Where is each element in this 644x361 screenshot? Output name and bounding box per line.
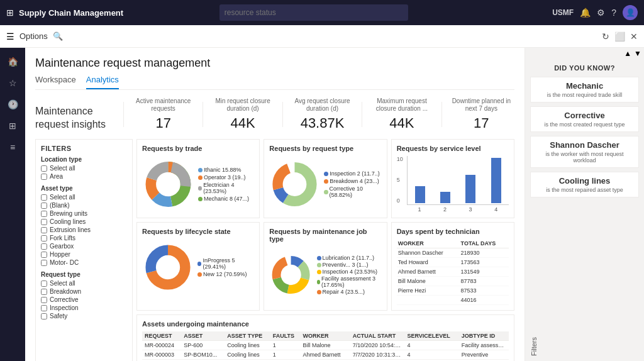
metric-avg-value: 43.87K — [289, 115, 355, 131]
filter-asset-hopper[interactable]: Hopper — [41, 251, 127, 258]
second-bar: ☰ Options 🔍 ↻ ⬜ ✕ — [0, 25, 644, 48]
dyk-cards: Mechanicis the most required trade skill… — [530, 77, 639, 197]
metrics-divider-1 — [203, 102, 203, 127]
expand-icon[interactable]: ⬜ — [614, 31, 625, 42]
dashboard-grid: FILTERS Location type Select all Area As… — [35, 139, 514, 361]
refresh-icon[interactable]: ↻ — [602, 31, 609, 42]
close-icon[interactable]: ✕ — [630, 31, 638, 42]
page-title: Maintenance request management — [35, 57, 514, 70]
worker-col-header: WORKER — [397, 239, 460, 248]
days-technician-table: WORKER TOTAL DAYS Shannon Dascher218930T… — [397, 239, 509, 305]
filter-asset-motor[interactable]: Motor- DC — [41, 259, 127, 266]
apps-icon[interactable]: ⊞ — [4, 117, 21, 135]
right-panel-arrow-up[interactable]: ▲ — [624, 49, 631, 58]
filter-request-section: Request type Select all Breakdown Correc… — [41, 271, 127, 319]
dyk-card: Mechanicis the most required trade skill — [530, 77, 639, 103]
bar-1 — [415, 186, 425, 203]
donut-type-chart — [269, 156, 320, 213]
table-row: Bill Malone87783 — [397, 277, 509, 286]
filter-request-breakdown[interactable]: Breakdown — [41, 288, 127, 295]
chart-maintenance-panel: Requests by maintenance job type Lubrica… — [264, 222, 387, 311]
filter-asset-all[interactable]: Select all — [41, 194, 127, 201]
chart-lifecycle-panel: Requests by lifecycle state InProgress 5… — [136, 222, 260, 311]
filter-asset-brewing[interactable]: Brewing units — [41, 210, 127, 217]
chart-type-panel: Requests by request type Inspection 2 (1… — [264, 139, 387, 218]
metrics-divider-3 — [362, 102, 362, 127]
bar-4 — [491, 158, 501, 203]
tab-analytics[interactable]: Analytics — [86, 75, 119, 89]
filter-asset-cooling[interactable]: Cooling lines — [41, 218, 127, 225]
dyk-card: Shannon Dascheris the worker with most r… — [530, 136, 639, 168]
metric-active-requests: Active maintenance requests 17 — [130, 97, 196, 131]
donut-maintenance-chart — [269, 247, 313, 303]
days-col-header: TOTAL DAYS — [460, 239, 509, 248]
tab-workspace[interactable]: Workspace — [35, 75, 76, 89]
home-icon[interactable]: 🏠 — [4, 53, 21, 70]
metrics-divider-0 — [123, 102, 124, 127]
metrics-divider-2 — [282, 102, 283, 127]
chart-service-title: Requests by service level — [397, 145, 509, 152]
metric-downtime-label: Downtime planned in next 7 days — [448, 97, 514, 113]
settings-icon[interactable]: ⚙ — [597, 8, 605, 18]
table-row: 44016 — [397, 296, 509, 305]
table-row: Ahmed Barnett131549 — [397, 267, 509, 277]
hamburger-icon[interactable]: ☰ — [6, 31, 14, 42]
assets-table: REQUESTASSETASSET TYPEFAULTSWORKERACTUAL… — [142, 331, 509, 361]
donut-lifecycle-chart — [142, 239, 194, 296]
filter-asset-extrusion[interactable]: Extrusion lines — [41, 226, 127, 233]
metric-max-label: Maximum request closure duration ... — [369, 97, 435, 113]
search-options-icon[interactable]: 🔍 — [53, 31, 63, 41]
days-technician-title: Days spent by technician — [397, 228, 509, 235]
filter-location-all[interactable]: Select all — [41, 165, 127, 172]
dyk-card: Correctiveis the most created request ty… — [530, 106, 639, 132]
svg-point-4 — [157, 173, 180, 196]
filter-location-area[interactable]: Area — [41, 173, 127, 180]
help-icon[interactable]: ? — [611, 8, 616, 18]
filter-request-inspection[interactable]: Inspection — [41, 304, 127, 311]
chart-trade-panel: Requests by trade Ithanic 15 — [136, 139, 260, 218]
did-you-know-content: DID YOU KNOW? Mechanicis the most requir… — [525, 59, 644, 332]
filter-asset-title: Asset type — [41, 185, 127, 192]
filters-side-label[interactable]: Filters — [525, 332, 644, 361]
chart-service-panel: Requests by service level 10 5 0 — [391, 139, 514, 218]
star-icon[interactable]: ☆ — [4, 74, 21, 92]
metric-downtime-value: 17 — [448, 115, 514, 131]
assets-table-panel: Assets undergoing maintenance REQUESTASS… — [136, 314, 514, 361]
metric-max-closure: Maximum request closure duration ... 44K — [369, 97, 435, 131]
menu-icon[interactable]: ≡ — [4, 138, 21, 156]
svg-point-8 — [284, 173, 306, 196]
grid-icon[interactable]: ⊞ — [6, 8, 14, 18]
search-bar[interactable] — [219, 4, 408, 21]
clock-icon[interactable]: 🕐 — [4, 96, 21, 113]
filters-panel: FILTERS Location type Select all Area As… — [35, 139, 133, 361]
filter-asset-gearbox[interactable]: Gearbox — [41, 243, 127, 250]
donut-trade-chart — [142, 156, 194, 213]
top-bar: ⊞ Supply Chain Management USMF 🔔 ⚙ ? 👤 — [0, 0, 644, 25]
table-row: Pierre Hezi87533 — [397, 286, 509, 296]
bar-2 — [440, 192, 450, 203]
metric-downtime: Downtime planned in next 7 days 17 — [448, 97, 514, 131]
user-label: USMF — [552, 8, 574, 17]
chart-maintenance-title: Requests by maintenance job type — [269, 228, 381, 243]
svg-point-17 — [282, 265, 301, 285]
layout: 🏠 ☆ 🕐 ⊞ ≡ Maintenance request management… — [0, 48, 644, 361]
right-panel-arrow-down[interactable]: ▼ — [634, 49, 641, 58]
metric-max-value: 44K — [369, 115, 435, 131]
filter-asset-forklifts[interactable]: Fork Lifts — [41, 235, 127, 242]
svg-point-11 — [157, 256, 179, 279]
table-row: MR-000024SP-600Cooling lines1Bill Malone… — [142, 341, 509, 350]
user-avatar[interactable]: 👤 — [623, 5, 638, 20]
metric-avg-label: Avg request closure duration (d) — [289, 97, 355, 113]
filter-location-section: Location type Select all Area — [41, 156, 127, 180]
notification-icon[interactable]: 🔔 — [580, 8, 591, 18]
metrics-divider-4 — [441, 102, 442, 127]
filter-request-corrective[interactable]: Corrective — [41, 296, 127, 303]
filter-asset-blank[interactable]: (Blank) — [41, 202, 127, 209]
search-input[interactable] — [219, 4, 408, 21]
table-row: MR-000003SP-BOM10...Cooling lines1Ahmed … — [142, 350, 509, 360]
table-row: Ted Howard173563 — [397, 258, 509, 267]
app-title: Supply Chain Management — [19, 8, 145, 18]
filter-request-safety[interactable]: Safety — [41, 313, 127, 319]
filter-request-all[interactable]: Select all — [41, 280, 127, 287]
metric-active-value: 17 — [130, 115, 196, 131]
